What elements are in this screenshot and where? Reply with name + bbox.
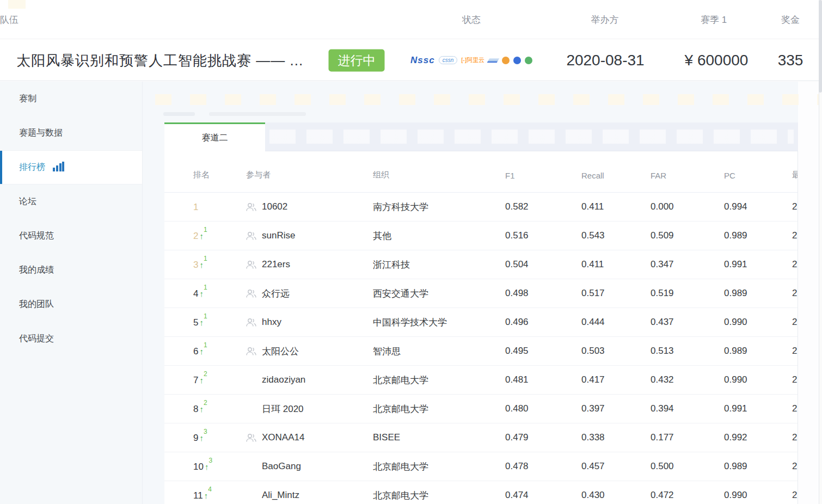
teams-count: 335 (778, 52, 803, 69)
org-cell: 北京邮电大学 (373, 374, 505, 386)
table-row[interactable]: 10 ↑3 (164, 452, 798, 481)
rank-up-icon: ↑ (199, 289, 204, 298)
pc-cell: 0.989 (724, 461, 792, 472)
competition-page: 状态 举办方 赛季 1 奖金 参赛队伍 太阳风暴识别和预警人工智能挑战赛 —— … (0, 0, 822, 504)
sidebar-item[interactable]: 排行榜 (0, 150, 142, 185)
org-cell: 中国科学技术大学 (373, 316, 505, 329)
clipped-cell: 2 (792, 317, 798, 328)
rank-delta: 2 (204, 399, 207, 407)
rank-delta: 1 (204, 284, 207, 291)
participant-cell: sunRise (246, 230, 373, 241)
clipped-cell: 2 (792, 259, 798, 270)
sidebar-item[interactable]: 我的团队 (0, 287, 142, 322)
table-row[interactable]: 2 ↑1 (164, 222, 798, 250)
org-cell: 南方科技大学 (373, 201, 505, 213)
col-header-clipped: 最 (792, 170, 798, 180)
team-icon (246, 318, 256, 327)
col-header-far: FAR (651, 171, 724, 180)
f1-cell: 0.481 (505, 374, 581, 385)
competition-banner: 太阳风暴识别和预警人工智能挑战赛 —— ... 进行中 Nssc cssn [-… (0, 40, 822, 81)
far-cell: 0.437 (651, 317, 724, 328)
far-cell: 0.347 (651, 259, 724, 270)
table-row[interactable]: 7 ↑2 (164, 366, 798, 395)
watermark-row (155, 94, 822, 105)
team-icon (246, 202, 256, 212)
far-cell: 0.509 (651, 230, 724, 241)
watermark-square (8, 0, 26, 9)
col-header-org: 组织 (373, 170, 505, 180)
sidebar-item-label: 赛制 (19, 93, 36, 105)
sidebar-item[interactable]: 我的成绩 (0, 253, 142, 287)
scrollbar[interactable] (819, 0, 822, 504)
table-row[interactable]: 8 ↑2 (164, 395, 798, 423)
pc-cell: 0.990 (724, 374, 792, 385)
participant-cell: 太阳公公 (246, 345, 373, 358)
sidebar-item-label: 赛题与数据 (19, 127, 63, 139)
meta-column-label: 奖金 (781, 0, 800, 39)
participant-cell: BaoGang (246, 461, 373, 472)
col-header-recall: Recall (581, 171, 651, 180)
clipped-cell: 2 (792, 374, 798, 385)
rank-cell: 7 ↑2 (193, 374, 246, 386)
rank-number: 1 (193, 202, 198, 213)
medal-orange-icon (502, 57, 510, 64)
rank-number: 7 (193, 375, 198, 386)
table-row[interactable]: 6 ↑1 (164, 337, 798, 366)
rank-up-icon: ↑ (199, 347, 204, 356)
team-icon (246, 231, 256, 241)
sidebar-item[interactable]: 论坛 (0, 185, 142, 219)
cssn-logo: cssn (439, 56, 458, 64)
clipped-cell: 2 (792, 403, 798, 414)
sidebar-item-label: 论坛 (19, 196, 36, 207)
sidebar-item-label: 我的成绩 (19, 265, 54, 276)
rank-cell: 1 ↑ (193, 201, 246, 213)
season-date: 2020-08-31 (566, 52, 644, 69)
participant-name: zidaoziyan (262, 374, 305, 385)
tabbar-rest (265, 122, 798, 151)
f1-cell: 0.504 (505, 259, 581, 270)
rank-number: 2 (193, 231, 198, 242)
rank-up-icon: ↑ (199, 376, 204, 385)
table-row[interactable]: 4 ↑1 (164, 279, 798, 308)
table-row[interactable]: 9 ↑3 (164, 423, 798, 452)
pc-cell: 0.991 (724, 259, 792, 270)
table-row[interactable]: 11 ↑4 (164, 481, 798, 504)
page-title: 太阳风暴识别和预警人工智能挑战赛 —— ... (16, 40, 303, 81)
team-icon (246, 347, 256, 356)
nssc-logo: Nssc (410, 55, 435, 66)
bar-chart-icon (53, 162, 64, 174)
far-cell: 0.177 (651, 432, 724, 443)
rank-number: 11 (193, 490, 203, 501)
participant-cell: XONAA14 (246, 432, 373, 443)
rank-up-icon: ↑ (199, 318, 204, 327)
rank-number: 5 (193, 317, 198, 328)
participant-cell: zidaoziyan (246, 374, 373, 385)
table-row[interactable]: 1 ↑ (164, 193, 798, 222)
col-header-participant: 参与者 (246, 170, 373, 180)
participant-name: Ali_Mintz (262, 490, 299, 501)
rank-cell: 6 ↑1 (193, 345, 246, 358)
sidebar-item[interactable]: 赛题与数据 (0, 116, 142, 150)
col-header-rank: 排名 (193, 170, 246, 180)
sidebar-item[interactable]: 赛制 (0, 82, 142, 116)
pc-cell: 0.990 (724, 317, 792, 328)
sidebar-item[interactable]: 代码规范 (0, 219, 142, 253)
sidebar-item[interactable]: 代码提交 (0, 322, 142, 356)
participant-name: XONAA14 (262, 432, 304, 443)
rank-number: 3 (193, 260, 198, 271)
table-row[interactable]: 3 ↑1 (164, 250, 798, 279)
clipped-cell: 2 (792, 201, 798, 212)
col-header-pc: PC (724, 171, 792, 180)
participant-name: hhxy (262, 317, 281, 328)
status-badge: 进行中 (329, 49, 385, 71)
table-row[interactable]: 5 ↑1 (164, 308, 798, 337)
pc-cell: 0.989 (724, 346, 792, 357)
rank-number: 4 (193, 288, 198, 299)
rank-cell: 8 ↑2 (193, 403, 246, 415)
scrollbar-thumb[interactable] (819, 0, 822, 93)
tab-track-2[interactable]: 赛道二 (164, 122, 265, 151)
meta-header: 状态 举办方 赛季 1 奖金 参赛队伍 (0, 0, 822, 39)
recall-cell: 0.503 (581, 346, 651, 357)
participant-name: 众行远 (262, 287, 290, 300)
recall-cell: 0.411 (581, 259, 651, 270)
